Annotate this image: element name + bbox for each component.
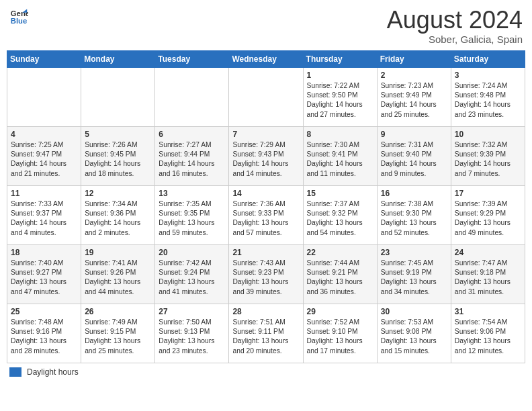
day-cell: 10Sunrise: 7:32 AM Sunset: 9:39 PM Dayli… xyxy=(451,126,525,185)
column-header-thursday: Thursday xyxy=(303,50,377,67)
day-cell: 18Sunrise: 7:40 AM Sunset: 9:27 PM Dayli… xyxy=(7,244,81,304)
day-number: 28 xyxy=(232,307,299,316)
day-number: 2 xyxy=(381,71,447,80)
day-cell: 11Sunrise: 7:33 AM Sunset: 9:37 PM Dayli… xyxy=(7,185,81,244)
day-info: Sunrise: 7:45 AM Sunset: 9:19 PM Dayligh… xyxy=(381,259,447,298)
day-cell: 13Sunrise: 7:35 AM Sunset: 9:35 PM Dayli… xyxy=(155,185,229,244)
day-cell: 7Sunrise: 7:29 AM Sunset: 9:43 PM Daylig… xyxy=(229,126,303,185)
header-row: SundayMondayTuesdayWednesdayThursdayFrid… xyxy=(7,50,525,67)
column-header-saturday: Saturday xyxy=(451,50,525,67)
day-info: Sunrise: 7:50 AM Sunset: 9:13 PM Dayligh… xyxy=(159,318,225,357)
day-info: Sunrise: 7:35 AM Sunset: 9:35 PM Dayligh… xyxy=(159,199,225,238)
column-header-monday: Monday xyxy=(81,50,155,67)
day-number: 23 xyxy=(381,248,447,257)
day-cell: 8Sunrise: 7:30 AM Sunset: 9:41 PM Daylig… xyxy=(303,126,377,185)
day-cell xyxy=(81,67,155,126)
legend-color-box xyxy=(9,367,21,377)
day-number: 24 xyxy=(455,248,521,257)
day-cell: 30Sunrise: 7:53 AM Sunset: 9:08 PM Dayli… xyxy=(377,304,451,363)
day-cell: 23Sunrise: 7:45 AM Sunset: 9:19 PM Dayli… xyxy=(377,244,451,304)
day-cell: 16Sunrise: 7:38 AM Sunset: 9:30 PM Dayli… xyxy=(377,185,451,244)
column-header-tuesday: Tuesday xyxy=(155,50,229,67)
day-number: 1 xyxy=(307,71,373,80)
week-row-3: 11Sunrise: 7:33 AM Sunset: 9:37 PM Dayli… xyxy=(7,185,525,244)
day-info: Sunrise: 7:37 AM Sunset: 9:32 PM Dayligh… xyxy=(307,199,373,238)
day-number: 31 xyxy=(455,307,521,316)
day-cell: 6Sunrise: 7:27 AM Sunset: 9:44 PM Daylig… xyxy=(155,126,229,185)
day-number: 16 xyxy=(381,189,447,198)
day-info: Sunrise: 7:23 AM Sunset: 9:49 PM Dayligh… xyxy=(381,81,447,120)
day-info: Sunrise: 7:41 AM Sunset: 9:26 PM Dayligh… xyxy=(85,259,151,298)
day-info: Sunrise: 7:22 AM Sunset: 9:50 PM Dayligh… xyxy=(307,81,373,120)
day-number: 12 xyxy=(85,189,151,198)
day-cell: 24Sunrise: 7:47 AM Sunset: 9:18 PM Dayli… xyxy=(451,244,525,304)
day-number: 29 xyxy=(307,307,373,316)
day-info: Sunrise: 7:49 AM Sunset: 9:15 PM Dayligh… xyxy=(85,318,151,357)
day-number: 5 xyxy=(85,130,151,139)
day-number: 22 xyxy=(307,248,373,257)
subtitle: Sober, Galicia, Spain xyxy=(387,34,523,45)
title-block: August 2024 Sober, Galicia, Spain xyxy=(387,7,523,45)
day-number: 17 xyxy=(455,189,521,198)
week-row-1: 1Sunrise: 7:22 AM Sunset: 9:50 PM Daylig… xyxy=(7,67,525,126)
day-info: Sunrise: 7:40 AM Sunset: 9:27 PM Dayligh… xyxy=(11,259,77,298)
day-info: Sunrise: 7:52 AM Sunset: 9:10 PM Dayligh… xyxy=(307,318,373,357)
week-row-2: 4Sunrise: 7:25 AM Sunset: 9:47 PM Daylig… xyxy=(7,126,525,185)
day-cell: 3Sunrise: 7:24 AM Sunset: 9:48 PM Daylig… xyxy=(451,67,525,126)
day-cell: 26Sunrise: 7:49 AM Sunset: 9:15 PM Dayli… xyxy=(81,304,155,363)
day-cell: 15Sunrise: 7:37 AM Sunset: 9:32 PM Dayli… xyxy=(303,185,377,244)
day-number: 18 xyxy=(11,248,77,257)
legend-label: Daylight hours xyxy=(27,367,79,377)
legend: Daylight hours xyxy=(7,367,525,377)
day-number: 9 xyxy=(381,130,447,139)
day-number: 26 xyxy=(85,307,151,316)
day-number: 6 xyxy=(159,130,225,139)
day-info: Sunrise: 7:47 AM Sunset: 9:18 PM Dayligh… xyxy=(455,259,521,298)
day-cell xyxy=(229,67,303,126)
day-number: 11 xyxy=(11,189,77,198)
logo-icon: General Blue xyxy=(9,7,28,26)
day-info: Sunrise: 7:34 AM Sunset: 9:36 PM Dayligh… xyxy=(85,199,151,238)
day-cell: 14Sunrise: 7:36 AM Sunset: 9:33 PM Dayli… xyxy=(229,185,303,244)
day-info: Sunrise: 7:25 AM Sunset: 9:47 PM Dayligh… xyxy=(11,140,77,179)
day-info: Sunrise: 7:30 AM Sunset: 9:41 PM Dayligh… xyxy=(307,140,373,179)
day-cell: 4Sunrise: 7:25 AM Sunset: 9:47 PM Daylig… xyxy=(7,126,81,185)
day-info: Sunrise: 7:42 AM Sunset: 9:24 PM Dayligh… xyxy=(159,259,225,298)
svg-text:Blue: Blue xyxy=(11,17,28,25)
day-cell: 9Sunrise: 7:31 AM Sunset: 9:40 PM Daylig… xyxy=(377,126,451,185)
day-info: Sunrise: 7:33 AM Sunset: 9:37 PM Dayligh… xyxy=(11,199,77,238)
day-cell: 21Sunrise: 7:43 AM Sunset: 9:23 PM Dayli… xyxy=(229,244,303,304)
day-number: 19 xyxy=(85,248,151,257)
day-info: Sunrise: 7:44 AM Sunset: 9:21 PM Dayligh… xyxy=(307,259,373,298)
week-row-4: 18Sunrise: 7:40 AM Sunset: 9:27 PM Dayli… xyxy=(7,244,525,304)
day-number: 3 xyxy=(455,71,521,80)
day-cell: 2Sunrise: 7:23 AM Sunset: 9:49 PM Daylig… xyxy=(377,67,451,126)
day-cell: 27Sunrise: 7:50 AM Sunset: 9:13 PM Dayli… xyxy=(155,304,229,363)
day-number: 27 xyxy=(159,307,225,316)
day-info: Sunrise: 7:51 AM Sunset: 9:11 PM Dayligh… xyxy=(232,318,299,357)
calendar-table: SundayMondayTuesdayWednesdayThursdayFrid… xyxy=(7,50,525,363)
day-cell: 5Sunrise: 7:26 AM Sunset: 9:45 PM Daylig… xyxy=(81,126,155,185)
column-header-friday: Friday xyxy=(377,50,451,67)
day-cell: 25Sunrise: 7:48 AM Sunset: 9:16 PM Dayli… xyxy=(7,304,81,363)
day-cell: 19Sunrise: 7:41 AM Sunset: 9:26 PM Dayli… xyxy=(81,244,155,304)
day-info: Sunrise: 7:32 AM Sunset: 9:39 PM Dayligh… xyxy=(455,140,521,179)
header: General Blue August 2024 Sober, Galicia,… xyxy=(7,7,525,45)
day-cell: 31Sunrise: 7:54 AM Sunset: 9:06 PM Dayli… xyxy=(451,304,525,363)
day-cell: 17Sunrise: 7:39 AM Sunset: 9:29 PM Dayli… xyxy=(451,185,525,244)
day-number: 4 xyxy=(11,130,77,139)
day-number: 21 xyxy=(232,248,299,257)
day-cell xyxy=(155,67,229,126)
day-cell: 28Sunrise: 7:51 AM Sunset: 9:11 PM Dayli… xyxy=(229,304,303,363)
day-info: Sunrise: 7:54 AM Sunset: 9:06 PM Dayligh… xyxy=(455,318,521,357)
day-number: 7 xyxy=(232,130,299,139)
column-header-wednesday: Wednesday xyxy=(229,50,303,67)
day-info: Sunrise: 7:48 AM Sunset: 9:16 PM Dayligh… xyxy=(11,318,77,357)
day-number: 20 xyxy=(159,248,225,257)
day-number: 14 xyxy=(232,189,299,198)
main-title: August 2024 xyxy=(387,7,523,34)
day-cell xyxy=(7,67,81,126)
day-info: Sunrise: 7:26 AM Sunset: 9:45 PM Dayligh… xyxy=(85,140,151,179)
day-info: Sunrise: 7:24 AM Sunset: 9:48 PM Dayligh… xyxy=(455,81,521,120)
day-info: Sunrise: 7:27 AM Sunset: 9:44 PM Dayligh… xyxy=(159,140,225,179)
